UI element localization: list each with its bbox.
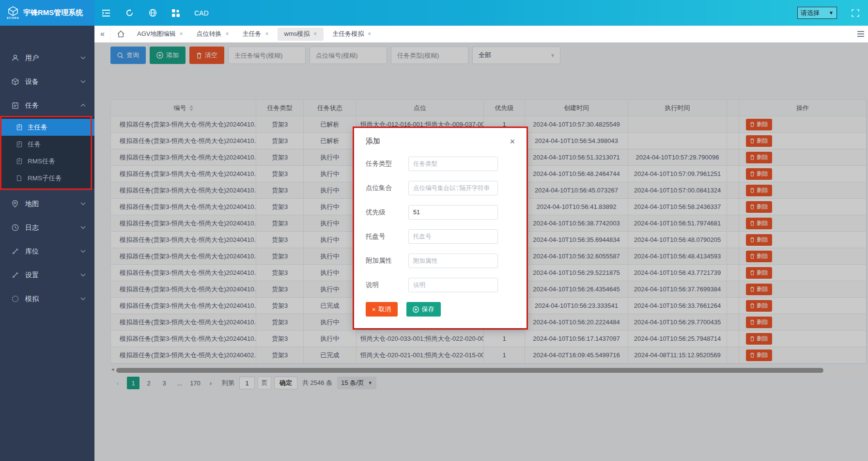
device-box-icon xyxy=(11,78,19,85)
close-icon[interactable]: × xyxy=(368,31,371,37)
home-tab-icon[interactable] xyxy=(111,31,130,37)
tabs-collapse-icon[interactable]: « xyxy=(94,26,111,42)
close-icon: × xyxy=(372,306,376,313)
collapse-menu-icon[interactable] xyxy=(94,0,118,26)
save-button[interactable]: 保存 xyxy=(406,302,441,317)
header-select-value: 请选择 xyxy=(801,9,820,17)
document-icon xyxy=(16,175,23,181)
sidebar-item-rms-subtask[interactable]: RMS子任务 xyxy=(0,170,94,187)
tab-main-task-sim[interactable]: 主任务模拟× xyxy=(326,26,378,43)
header-select[interactable]: 请选择 ▼ xyxy=(797,7,837,19)
close-icon[interactable]: × xyxy=(225,31,229,37)
annotation-box-modal: 添加 × 任务类型 点位集合 优先级 xyxy=(353,127,528,330)
language-globe-icon[interactable] xyxy=(141,0,164,26)
cad-link[interactable]: CAD xyxy=(194,9,209,17)
field-row-task-type: 任务类型 xyxy=(366,157,515,171)
cancel-button[interactable]: × 取消 xyxy=(366,302,398,317)
tab-bar: « AGV地图编辑× 点位转换× 主任务× wms模拟× 主任务模拟× xyxy=(94,26,868,43)
main-content: 查询 添加 清空 全部 ▼ xyxy=(94,43,868,461)
point-set-field[interactable] xyxy=(408,181,498,195)
field-row-priority: 优先级 xyxy=(366,205,515,220)
app-window: EFORK 宇锋RMS管理系统 CAD 请选择 ▼ xyxy=(0,0,868,461)
sidebar: 用户 设备 任务 主任务 xyxy=(0,26,94,461)
sidebar-item-user[interactable]: 用户 xyxy=(0,46,94,70)
task-type-field[interactable] xyxy=(408,157,498,171)
note-field[interactable] xyxy=(408,278,498,292)
refresh-icon[interactable] xyxy=(118,0,141,26)
top-header: EFORK 宇锋RMS管理系统 CAD 请选择 ▼ xyxy=(0,0,868,26)
user-icon xyxy=(11,54,19,62)
field-row-note: 说明 xyxy=(366,278,515,292)
chevron-down-icon xyxy=(80,202,86,206)
fullscreen-icon[interactable] xyxy=(843,0,868,26)
apps-grid-icon[interactable] xyxy=(164,0,187,26)
brand-label: EFORK xyxy=(7,16,19,19)
sidebar-item-task-sub[interactable]: 任务 xyxy=(0,136,94,153)
app-logo: EFORK 宇锋RMS管理系统 xyxy=(0,0,94,26)
close-icon[interactable]: × xyxy=(510,137,515,146)
close-icon[interactable]: × xyxy=(179,31,183,37)
tab-point-convert[interactable]: 点位转换× xyxy=(189,26,235,43)
extra-attr-field[interactable] xyxy=(408,254,498,268)
map-pin-icon xyxy=(11,200,19,207)
tab-options-icon[interactable] xyxy=(853,31,868,37)
field-row-extra: 附加属性 xyxy=(366,254,515,268)
chevron-down-icon xyxy=(80,226,86,229)
chevron-down-icon xyxy=(80,56,86,60)
pallet-no-field[interactable] xyxy=(408,229,498,244)
sidebar-item-rms-task[interactable]: RMS任务 xyxy=(0,153,94,170)
dialog-title: 添加 xyxy=(366,137,380,146)
close-icon[interactable]: × xyxy=(265,31,269,37)
app-title: 宇锋RMS管理系统 xyxy=(23,8,83,17)
chevron-down-icon xyxy=(80,80,86,83)
plus-circle-icon xyxy=(413,306,419,313)
tools-icon xyxy=(11,248,19,255)
chevron-up-icon xyxy=(80,104,86,107)
tab-wms-sim[interactable]: wms模拟× xyxy=(278,28,324,41)
sidebar-item-map[interactable]: 地图 xyxy=(0,192,94,216)
sidebar-item-settings[interactable]: 设置 xyxy=(0,263,94,287)
tools-icon xyxy=(11,271,19,279)
chevron-down-icon: ▼ xyxy=(829,10,834,16)
clipboard-icon xyxy=(16,158,23,164)
sidebar-item-simulation[interactable]: 模拟 xyxy=(0,287,94,311)
chevron-down-icon xyxy=(80,297,86,301)
task-clipboard-icon xyxy=(11,102,19,109)
field-row-pallet: 托盘号 xyxy=(366,229,515,244)
efork-cube-icon: EFORK xyxy=(7,6,19,19)
sidebar-item-main-task[interactable]: 主任务 xyxy=(0,119,94,136)
sidebar-item-task[interactable]: 任务 xyxy=(0,94,94,117)
task-submenu: 主任务 任务 RMS任务 RMS子任务 xyxy=(0,117,94,188)
sidebar-item-storage[interactable]: 库位 xyxy=(0,239,94,263)
cycle-arrow-icon xyxy=(11,295,19,302)
add-dialog: 添加 × 任务类型 点位集合 优先级 xyxy=(354,128,527,328)
priority-field[interactable] xyxy=(408,205,498,220)
tab-agv-map-edit[interactable]: AGV地图编辑× xyxy=(130,26,189,43)
clipboard-icon xyxy=(16,124,23,130)
chevron-down-icon xyxy=(80,250,86,253)
sidebar-item-log[interactable]: 日志 xyxy=(0,216,94,239)
clock-icon xyxy=(11,224,19,231)
sidebar-item-device[interactable]: 设备 xyxy=(0,70,94,94)
clipboard-icon xyxy=(16,141,23,147)
tab-main-task[interactable]: 主任务× xyxy=(236,26,276,43)
close-icon[interactable]: × xyxy=(313,31,317,37)
chevron-down-icon xyxy=(80,273,86,277)
field-row-point-set: 点位集合 xyxy=(366,181,515,195)
